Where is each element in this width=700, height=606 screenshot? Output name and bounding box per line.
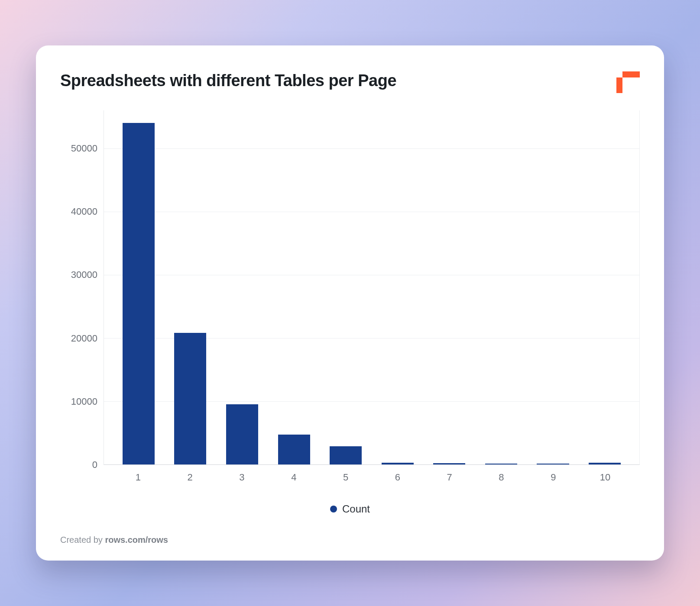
bar: [537, 464, 569, 464]
chart-area: 01000020000300004000050000 12345678910 C…: [60, 93, 640, 515]
x-tick-label: 1: [112, 472, 164, 483]
chart-title: Spreadsheets with different Tables per P…: [60, 71, 396, 90]
legend-swatch-icon: [330, 506, 337, 513]
bars-container: [104, 110, 639, 464]
bar: [433, 463, 465, 464]
x-tick-label: 7: [424, 472, 476, 483]
card-header: Spreadsheets with different Tables per P…: [60, 71, 640, 93]
bar-slot: [579, 110, 631, 464]
y-tick-label: 10000: [71, 396, 97, 407]
footer-prefix: Created by: [60, 535, 105, 545]
bar: [278, 435, 310, 464]
x-tick-label: 6: [372, 472, 424, 483]
plot-area: [104, 110, 640, 465]
rows-logo-icon: [609, 71, 640, 93]
y-tick-label: 50000: [71, 143, 97, 154]
attribution-footer: Created by rows.com/rows: [60, 535, 640, 545]
bar: [330, 446, 362, 464]
legend-label: Count: [342, 503, 370, 515]
x-tick-label: 3: [216, 472, 268, 483]
y-tick-label: 40000: [71, 206, 97, 217]
x-tick-label: 9: [527, 472, 579, 483]
chart-card: Spreadsheets with different Tables per P…: [36, 45, 664, 561]
y-axis: 01000020000300004000050000: [60, 110, 104, 465]
bar-slot: [216, 110, 268, 464]
x-tick-label: 5: [320, 472, 372, 483]
bar-slot: [424, 110, 476, 464]
y-tick-label: 0: [92, 459, 97, 471]
legend: Count: [60, 503, 640, 515]
x-tick-label: 8: [476, 472, 528, 483]
x-tick-label: 10: [579, 472, 631, 483]
x-tick-label: 4: [268, 472, 320, 483]
y-tick-label: 20000: [71, 333, 97, 344]
bar: [226, 404, 258, 464]
bar: [123, 123, 155, 464]
y-tick-label: 30000: [71, 269, 97, 280]
bar-slot: [372, 110, 424, 464]
bar: [485, 464, 517, 464]
bar-slot: [165, 110, 217, 464]
bar-slot: [320, 110, 372, 464]
x-tick-label: 2: [164, 472, 216, 483]
bar: [589, 463, 621, 464]
bar-slot: [527, 110, 579, 464]
x-axis: 12345678910: [104, 465, 640, 483]
bar-slot: [113, 110, 165, 464]
bar-slot: [268, 110, 320, 464]
bar: [174, 333, 206, 464]
bar-slot: [475, 110, 527, 464]
bar: [382, 463, 414, 464]
footer-link[interactable]: rows.com/rows: [105, 535, 168, 545]
